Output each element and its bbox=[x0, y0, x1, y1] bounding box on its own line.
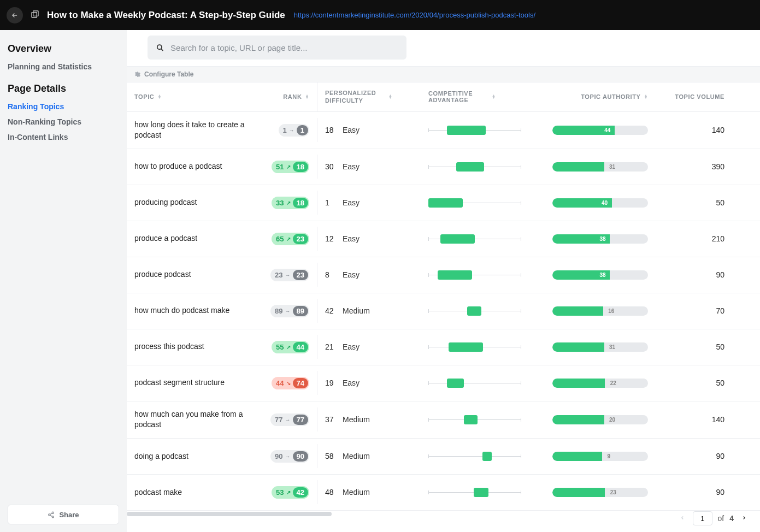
ca-bar bbox=[428, 456, 521, 457]
horizontal-scrollbar[interactable] bbox=[127, 512, 760, 517]
ta-bar: 31 bbox=[552, 342, 648, 352]
rank-from: 90 bbox=[275, 452, 282, 460]
page-url-link[interactable]: https://contentmarketinginstitute.com/20… bbox=[294, 11, 535, 19]
col-topic[interactable]: TOPIC▲▼ bbox=[127, 82, 257, 111]
rank-pill: 51↗18 bbox=[272, 161, 309, 173]
ca-fill bbox=[467, 306, 481, 316]
cell-topic: podcast make bbox=[127, 480, 257, 506]
sidebar: Overview Planning and Statistics Page De… bbox=[0, 30, 127, 532]
next-page-button[interactable] bbox=[739, 512, 749, 525]
cell-rank: 55↗44 bbox=[257, 333, 317, 361]
prev-page-button[interactable] bbox=[677, 512, 687, 525]
ta-value: 9 bbox=[604, 452, 611, 461]
ca-fill bbox=[428, 198, 463, 208]
rank-from: 44 bbox=[276, 379, 284, 387]
page-icon bbox=[31, 10, 39, 21]
svg-point-3 bbox=[49, 513, 50, 515]
rank-to: 18 bbox=[293, 198, 308, 208]
rank-pill: 90→90 bbox=[270, 450, 309, 463]
col-topic-volume[interactable]: TOPIC VOLUME bbox=[656, 82, 732, 111]
rank-pill: 89→89 bbox=[270, 305, 309, 317]
search-box[interactable] bbox=[148, 36, 406, 60]
cell-topic-volume: 140 bbox=[656, 407, 732, 431]
rank-to: 42 bbox=[293, 487, 308, 498]
back-button[interactable] bbox=[7, 7, 23, 23]
ta-fill bbox=[552, 162, 604, 172]
configure-table-button[interactable]: Configure Table bbox=[127, 66, 760, 82]
ta-fill bbox=[552, 452, 602, 461]
rank-pill: 44↘74 bbox=[272, 377, 309, 389]
share-icon bbox=[48, 511, 55, 518]
ta-bar: 38 bbox=[552, 270, 648, 280]
ta-value: 23 bbox=[607, 488, 616, 497]
table-row[interactable]: how much do podcast make89→8942Medium167… bbox=[127, 293, 760, 329]
cell-rank: 44↘74 bbox=[257, 369, 317, 397]
pd-value: 1 bbox=[325, 198, 337, 207]
ca-bar bbox=[428, 275, 521, 275]
main-content: Configure Table TOPIC▲▼ RANK▲▼ PERSONALI… bbox=[127, 30, 760, 532]
ta-bar: 38 bbox=[552, 234, 648, 244]
share-button[interactable]: Share bbox=[8, 505, 119, 524]
table-row[interactable]: producing podcast33↗181Easy4050 bbox=[127, 185, 760, 221]
table-row[interactable]: how to produce a podcast51↗1830Easy31390 bbox=[127, 149, 760, 185]
cell-competitive-advantage bbox=[421, 412, 530, 428]
sidebar-heading-overview[interactable]: Overview bbox=[8, 43, 119, 55]
rank-to: 90 bbox=[293, 451, 308, 462]
sidebar-item-non-ranking-topics[interactable]: Non-Ranking Topics bbox=[8, 114, 119, 129]
sort-icon: ▲▼ bbox=[388, 94, 393, 99]
cell-competitive-advantage bbox=[421, 339, 530, 355]
cell-competitive-advantage bbox=[421, 375, 530, 391]
table-row[interactable]: how much can you make from a podcast77→7… bbox=[127, 401, 760, 439]
rank-pill: 33↗18 bbox=[272, 197, 309, 209]
ta-bar: 9 bbox=[552, 452, 648, 461]
rank-from: 53 bbox=[276, 488, 284, 496]
cell-personalized-difficulty: 30Easy bbox=[317, 155, 421, 179]
rank-to: 18 bbox=[293, 162, 308, 172]
cell-topic-authority: 22 bbox=[530, 371, 656, 395]
rank-arrow-icon: → bbox=[285, 308, 291, 314]
sidebar-item-ranking-topics[interactable]: Ranking Topics bbox=[8, 99, 119, 114]
ca-fill bbox=[474, 488, 488, 497]
table-row[interactable]: produce podcast23→238Easy3890 bbox=[127, 257, 760, 293]
cell-topic-volume: 50 bbox=[656, 371, 732, 395]
ca-bar bbox=[428, 311, 521, 311]
share-label: Share bbox=[59, 511, 79, 519]
col-topic-authority[interactable]: TOPIC AUTHORITY▲▼ bbox=[530, 82, 656, 111]
col-personalized-difficulty[interactable]: PERSONALIZED DIFFICULTY▲▼ bbox=[317, 82, 421, 111]
sidebar-item-in-content-links[interactable]: In-Content Links bbox=[8, 129, 119, 145]
pd-value: 12 bbox=[325, 234, 337, 243]
pd-value: 30 bbox=[325, 162, 337, 171]
pd-value: 37 bbox=[325, 415, 337, 424]
table-row[interactable]: doing a podcast90→9058Medium990 bbox=[127, 439, 760, 475]
ca-fill bbox=[482, 452, 492, 461]
cell-topic-authority: 40 bbox=[530, 191, 656, 215]
sort-icon: ▲▼ bbox=[644, 94, 648, 99]
ta-value: 22 bbox=[607, 379, 616, 388]
cell-topic-authority: 9 bbox=[530, 444, 656, 469]
col-rank[interactable]: RANK▲▼ bbox=[257, 82, 317, 111]
rank-pill: 53↗42 bbox=[272, 486, 309, 499]
page-title: How to Make a Weekly Podcast: A Step-by-… bbox=[47, 10, 285, 21]
table-row[interactable]: podcast make53↗4248Medium2390 bbox=[127, 475, 760, 511]
table-row[interactable]: how long does it take to create a podcas… bbox=[127, 112, 760, 149]
table-row[interactable]: produce a podcast65↗2312Easy38210 bbox=[127, 221, 760, 257]
ca-bar bbox=[428, 383, 521, 383]
search-input[interactable] bbox=[170, 43, 398, 52]
rank-pill: 23→23 bbox=[270, 269, 309, 281]
cell-topic-authority: 31 bbox=[530, 335, 656, 359]
cell-rank: 77→77 bbox=[257, 406, 317, 434]
table-row[interactable]: podcast segment structure44↘7419Easy2250 bbox=[127, 365, 760, 401]
rank-arrow-icon: → bbox=[285, 272, 291, 278]
ca-bar bbox=[428, 167, 521, 167]
search-icon bbox=[156, 44, 164, 52]
ca-bar bbox=[428, 130, 521, 131]
ta-value: 16 bbox=[605, 306, 614, 316]
table-row[interactable]: process this podcast55↗4421Easy3150 bbox=[127, 329, 760, 365]
page-input[interactable] bbox=[693, 511, 712, 525]
cell-topic-volume: 70 bbox=[656, 299, 732, 323]
pd-label: Easy bbox=[343, 234, 360, 243]
col-competitive-advantage[interactable]: COMPETITIVE ADVANTAGE▲▼ bbox=[421, 82, 530, 111]
sidebar-item-planning[interactable]: Planning and Statistics bbox=[8, 59, 119, 74]
sidebar-heading-page-details[interactable]: Page Details bbox=[8, 83, 119, 94]
rank-arrow-icon: ↗ bbox=[286, 164, 291, 170]
